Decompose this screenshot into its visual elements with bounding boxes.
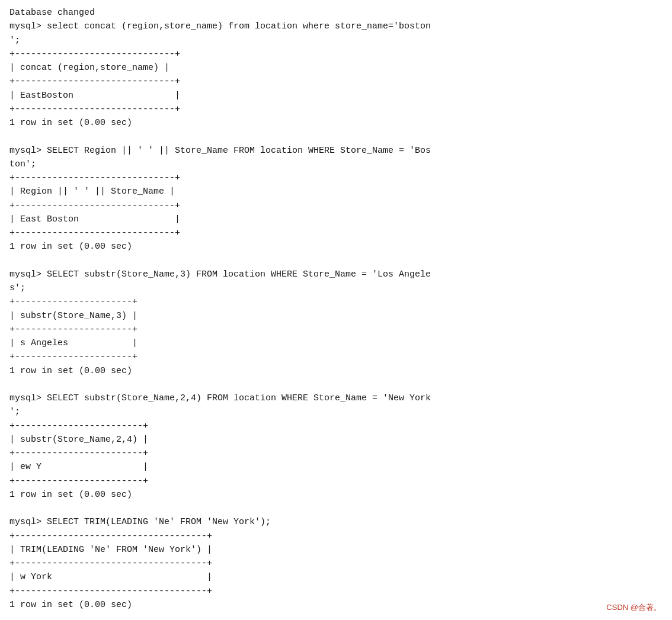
- terminal-output: Database changed mysql> select concat (r…: [9, 6, 663, 612]
- watermark: CSDN @合著。: [606, 602, 661, 613]
